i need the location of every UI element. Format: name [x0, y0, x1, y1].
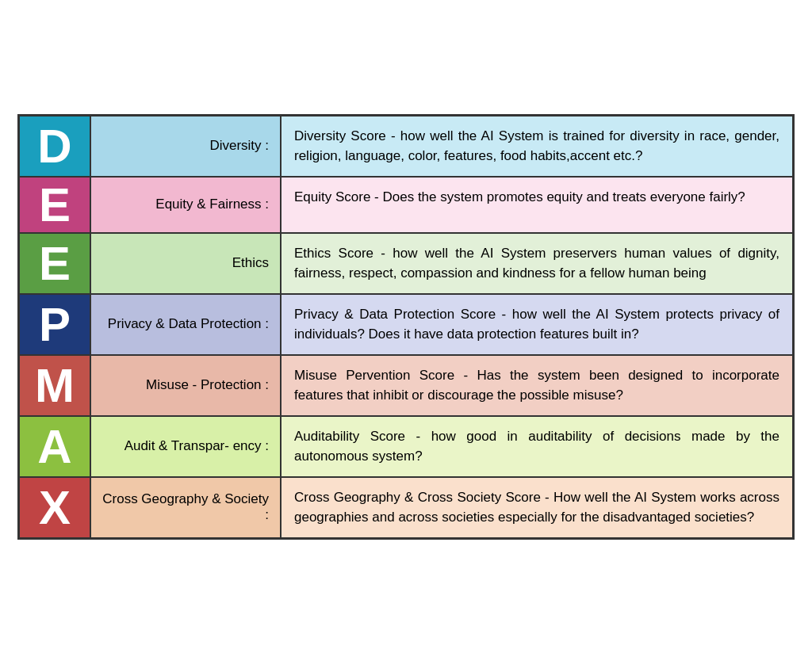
- letter-p: P: [20, 295, 91, 354]
- description-e2: Ethics Score - how well the AI System pr…: [282, 234, 792, 293]
- depemax-table: DDiversity :Diversity Score - how well t…: [17, 114, 795, 540]
- row-e1: EEquity & Fairness :Equity Score - Does …: [20, 178, 792, 234]
- row-p: PPrivacy & Data Protection :Privacy & Da…: [20, 295, 792, 356]
- label-e1: Equity & Fairness :: [91, 178, 282, 232]
- letter-a: A: [20, 417, 91, 476]
- label-m: Misuse - Protection :: [91, 356, 282, 415]
- description-p: Privacy & Data Protection Score - how we…: [282, 295, 792, 354]
- label-d: Diversity :: [91, 116, 282, 176]
- description-a: Auditability Score - how good in auditab…: [282, 417, 792, 476]
- label-a: Audit & Transpar- ency :: [91, 417, 282, 476]
- letter-m: M: [20, 356, 91, 415]
- row-m: MMisuse - Protection :Misuse Pervention …: [20, 356, 792, 417]
- description-e1: Equity Score - Does the system promotes …: [282, 178, 792, 232]
- letter-e1: E: [20, 178, 91, 232]
- letter-e2: E: [20, 234, 91, 293]
- letter-x: X: [20, 478, 91, 537]
- label-e2: Ethics: [91, 234, 282, 293]
- description-d: Diversity Score - how well the AI System…: [282, 116, 792, 176]
- row-e2: EEthicsEthics Score - how well the AI Sy…: [20, 234, 792, 295]
- letter-d: D: [20, 116, 91, 176]
- row-a: AAudit & Transpar- ency :Auditability Sc…: [20, 417, 792, 478]
- label-x: Cross Geography & Society :: [91, 478, 282, 537]
- description-x: Cross Geography & Cross Society Score - …: [282, 478, 792, 537]
- label-p: Privacy & Data Protection :: [91, 295, 282, 354]
- row-d: DDiversity :Diversity Score - how well t…: [20, 116, 792, 178]
- row-x: XCross Geography & Society : Cross Geogr…: [20, 478, 792, 537]
- description-m: Misuse Pervention Score - Has the system…: [282, 356, 792, 415]
